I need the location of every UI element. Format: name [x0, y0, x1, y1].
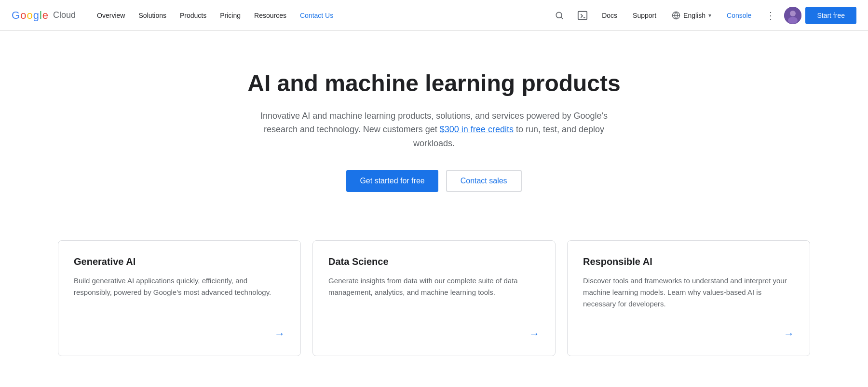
nav-overview[interactable]: Overview	[91, 8, 131, 23]
google-wordmark: G o o g l e	[12, 9, 48, 22]
user-avatar[interactable]	[784, 7, 801, 24]
get-started-button[interactable]: Get started for free	[346, 170, 438, 192]
terminal-icon	[577, 10, 588, 21]
svg-point-7	[790, 11, 796, 16]
cloud-label: Cloud	[53, 10, 76, 20]
console-link[interactable]: Console	[721, 8, 757, 23]
nav-pricing[interactable]: Pricing	[214, 8, 246, 23]
avatar-icon	[784, 7, 801, 24]
card-title-data-science: Data Science	[328, 256, 540, 267]
language-selector[interactable]: English ▾	[666, 8, 717, 23]
arrow-right-icon: →	[784, 328, 794, 340]
globe-icon	[672, 11, 680, 20]
more-dots-icon: ⋮	[766, 10, 775, 21]
logo-letter-g-blue: G	[12, 9, 20, 22]
svg-line-1	[561, 17, 563, 19]
navbar-right: Docs Support English ▾ Console ⋮ Start f…	[550, 6, 856, 25]
card-title-responsible-ai: Responsible AI	[583, 256, 794, 267]
svg-point-8	[788, 17, 798, 24]
data-science-card[interactable]: Data Science Generate insights from data…	[312, 240, 556, 356]
navbar: G o o g l e Cloud Overview Solutions Pro…	[0, 0, 868, 31]
logo-letter-l-green: l	[40, 9, 42, 22]
card-desc-generative-ai: Build generative AI applications quickly…	[74, 275, 285, 316]
hero-description: Innovative AI and machine learning produ…	[246, 109, 622, 151]
arrow-right-icon: →	[529, 328, 540, 340]
hero-buttons: Get started for free Contact sales	[156, 170, 712, 192]
card-arrow-generative-ai: →	[74, 328, 285, 340]
card-desc-responsible-ai: Discover tools and frameworks to underst…	[583, 275, 794, 316]
nav-contact-us[interactable]: Contact Us	[294, 8, 339, 23]
credits-link[interactable]: $300 in free credits	[440, 124, 514, 134]
nav-resources[interactable]: Resources	[248, 8, 292, 23]
main-nav: Overview Solutions Products Pricing Reso…	[91, 8, 550, 23]
logo-letter-o-yellow: o	[27, 9, 32, 22]
card-title-generative-ai: Generative AI	[74, 256, 285, 267]
hero-section: AI and machine learning products Innovat…	[145, 31, 723, 221]
nav-products[interactable]: Products	[174, 8, 212, 23]
logo-letter-g2-blue: g	[33, 9, 39, 22]
language-label: English	[683, 12, 705, 19]
logo-letter-o-red: o	[20, 9, 26, 22]
google-cloud-logo[interactable]: G o o g l e Cloud	[12, 9, 76, 22]
chevron-down-icon: ▾	[708, 12, 711, 19]
nav-support[interactable]: Support	[627, 8, 662, 23]
more-options-button[interactable]: ⋮	[761, 6, 780, 25]
card-arrow-responsible-ai: →	[583, 328, 794, 340]
search-icon	[555, 11, 564, 20]
svg-point-0	[556, 12, 562, 18]
terminal-button[interactable]	[573, 6, 592, 25]
search-button[interactable]	[550, 6, 569, 25]
cards-section: Generative AI Build generative AI applic…	[0, 221, 868, 385]
page-title: AI and machine learning products	[156, 69, 712, 97]
nav-docs[interactable]: Docs	[596, 8, 623, 23]
generative-ai-card[interactable]: Generative AI Build generative AI applic…	[58, 240, 301, 356]
responsible-ai-card[interactable]: Responsible AI Discover tools and framew…	[567, 240, 810, 356]
contact-sales-button[interactable]: Contact sales	[446, 170, 522, 192]
arrow-right-icon: →	[274, 328, 285, 340]
start-free-button[interactable]: Start free	[805, 7, 856, 24]
nav-solutions[interactable]: Solutions	[133, 8, 172, 23]
card-desc-data-science: Generate insights from data with our com…	[328, 275, 540, 316]
cards-grid: Generative AI Build generative AI applic…	[58, 240, 810, 356]
logo-letter-e-red: e	[42, 9, 48, 22]
card-arrow-data-science: →	[328, 328, 540, 340]
